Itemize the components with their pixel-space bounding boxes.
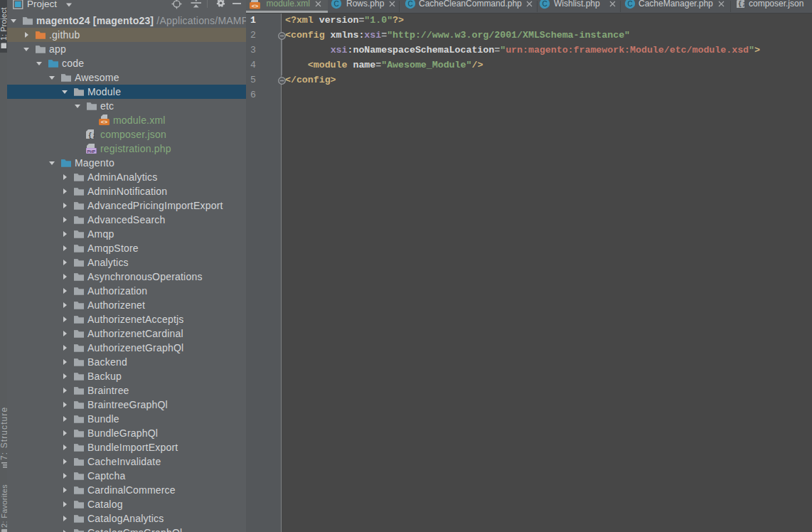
svg-text:C: C — [407, 0, 412, 8]
svg-text:C: C — [542, 0, 547, 8]
svg-text:C: C — [333, 0, 338, 8]
svg-text:<>: <> — [101, 119, 108, 125]
svg-text:<>: <> — [252, 3, 259, 9]
svg-text:PHP: PHP — [87, 149, 95, 154]
svg-text:C: C — [627, 0, 632, 8]
